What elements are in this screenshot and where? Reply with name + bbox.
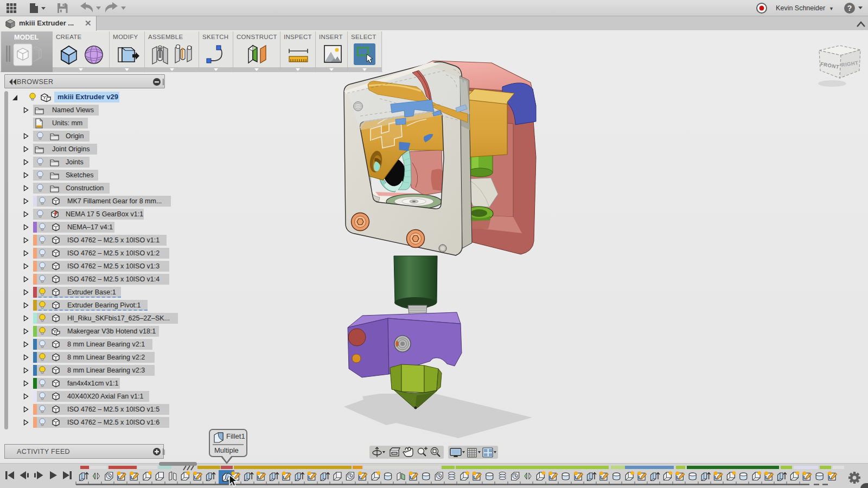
svg-text:?: ?: [847, 4, 852, 12]
